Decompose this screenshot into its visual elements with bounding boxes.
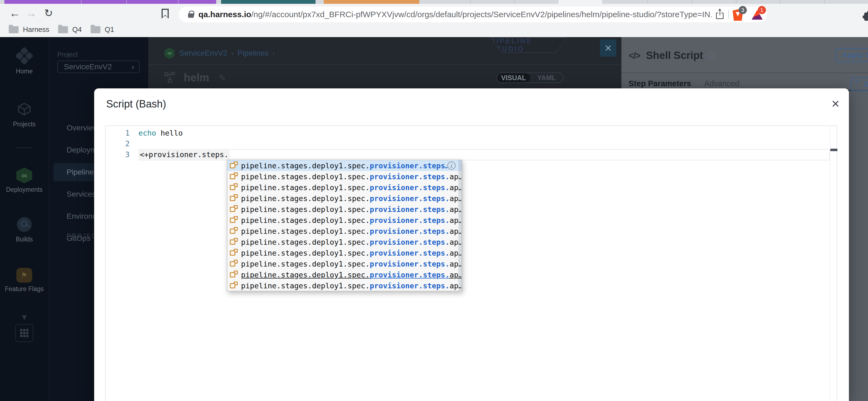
- feature-flags-icon: ⚑: [17, 268, 32, 282]
- extensions-icon[interactable]: [863, 11, 868, 22]
- script-editor[interactable]: 1 echo hello 2 3 <+provisioner.steps.: [105, 126, 837, 401]
- toggle-visual[interactable]: VISUAL: [497, 73, 530, 82]
- editor-scroll-marker[interactable]: [830, 149, 837, 151]
- bookmark-folder[interactable]: Harness: [9, 25, 50, 34]
- share-icon[interactable]: [716, 9, 724, 20]
- suggestion-row[interactable]: pipeline.stages.deploy1.spec.provisioner…: [227, 247, 462, 258]
- nav-sidebar: Home Projects ∞ Deployments Builds ⚑ Fea: [0, 37, 49, 401]
- brave-shield-icon[interactable]: 3: [732, 8, 745, 21]
- header-divider: [148, 64, 621, 65]
- breadcrumb-separator: ›: [272, 49, 275, 58]
- pipeline-title-row: helm ✎: [164, 71, 226, 84]
- modal-close-button[interactable]: ×: [828, 96, 843, 111]
- breadcrumb-pipelines[interactable]: Pipelines: [238, 49, 269, 58]
- suggestion-row[interactable]: pipeline.stages.deploy1.spec.provisioner…: [227, 215, 462, 226]
- grid-icon: [20, 329, 28, 337]
- step-tabs: Step Parameters Advanced: [629, 79, 739, 88]
- suggestion-row[interactable]: pipeline.stages.deploy1.spec.provisioner…: [227, 160, 462, 171]
- bat-badge: 1: [758, 6, 766, 14]
- snippet-icon: [229, 227, 238, 235]
- tab-group-purple[interactable]: [4, 0, 216, 4]
- refresh-button[interactable]: ↻: [41, 6, 56, 20]
- panel-divider: [622, 73, 868, 73]
- editor-line: 3 <+provisioner.steps.: [105, 149, 829, 160]
- tab-step-parameters[interactable]: Step Parameters: [629, 79, 691, 88]
- bookmark-icon[interactable]: [162, 9, 169, 19]
- builds-icon: [17, 217, 32, 232]
- active-tab[interactable]: [558, 0, 602, 4]
- snippet-icon: [229, 248, 238, 257]
- snippet-icon: [229, 216, 238, 225]
- shield-badge: 3: [739, 6, 747, 14]
- editor-line: 2: [105, 138, 829, 149]
- forward-button[interactable]: →: [24, 6, 38, 20]
- project-name: ServiceEnvV2: [64, 63, 131, 71]
- folder-icon: [9, 26, 19, 33]
- chevron-down-icon[interactable]: ▼: [0, 312, 49, 322]
- expression-text: <+provisioner.steps.: [138, 149, 230, 160]
- bookmarks-bar: Harness Q4 Q1: [0, 22, 868, 37]
- tab-separator: [126, 0, 127, 4]
- script-modal: Script (Bash) × 1 echo hello 2 3 <+provi…: [94, 89, 849, 401]
- shell-script-icon: </>: [629, 51, 640, 61]
- tab-advanced[interactable]: Advanced: [704, 79, 739, 88]
- back-button[interactable]: ←: [8, 6, 22, 20]
- tab-group-orange[interactable]: [324, 0, 419, 4]
- suggestion-row[interactable]: pipeline.stages.deploy1.spec.provisioner…: [227, 226, 462, 236]
- toggle-yaml[interactable]: YAML: [530, 73, 563, 82]
- apply-changes-button[interactable]: Apply Changes: [836, 48, 868, 62]
- breadcrumb-project[interactable]: ServiceEnvV2: [179, 49, 227, 58]
- sidebar-item-home[interactable]: Home: [0, 49, 49, 75]
- bookmark-label: Q4: [72, 25, 82, 34]
- project-selector[interactable]: ServiceEnvV2 ›: [57, 61, 140, 73]
- suggestion-row[interactable]: pipeline.stages.deploy1.spec.provisioner…: [227, 280, 462, 291]
- pipeline-icon: [164, 72, 177, 84]
- lock-icon[interactable]: [188, 11, 194, 18]
- suggestion-info-icon[interactable]: i: [447, 162, 456, 170]
- modal-title: Script (Bash): [106, 98, 166, 110]
- snippet-icon: [229, 260, 238, 268]
- bookmark-folder[interactable]: Q1: [91, 25, 114, 34]
- tab-separator: [692, 0, 692, 4]
- snippet-icon: [229, 194, 238, 203]
- folder-icon: [91, 26, 100, 33]
- tab-separator: [470, 0, 471, 4]
- edit-pencil-icon[interactable]: ✎: [218, 72, 226, 83]
- suggestion-row[interactable]: pipeline.stages.deploy1.spec.provisioner…: [227, 171, 462, 182]
- sidebar-item-projects[interactable]: Projects: [0, 101, 49, 128]
- bookmark-folder[interactable]: Q4: [58, 25, 82, 34]
- suggestion-row[interactable]: pipeline.stages.deploy1.spec.provisioner…: [227, 269, 462, 280]
- suggestion-row[interactable]: pipeline.stages.deploy1.spec.provisioner…: [227, 204, 462, 215]
- toolbar-divider: [728, 10, 729, 19]
- address-bar[interactable]: qa.harness.io/ng/#/account/px7xd_BFRCi-p…: [179, 6, 767, 22]
- close-studio-button[interactable]: ×: [600, 39, 616, 57]
- tab-separator: [178, 0, 179, 4]
- suggestion-row[interactable]: pipeline.stages.deploy1.spec.provisioner…: [227, 258, 462, 269]
- suggestion-row[interactable]: pipeline.stages.deploy1.spec.provisioner…: [227, 182, 462, 193]
- bat-rewards-icon[interactable]: 1: [751, 8, 764, 21]
- editor-line: 1 echo hello: [105, 128, 829, 138]
- info-icon[interactable]: i: [707, 52, 715, 60]
- tab-separator: [824, 0, 825, 4]
- tab-group-teal[interactable]: [221, 0, 315, 4]
- visual-yaml-toggle[interactable]: VISUAL YAML: [497, 73, 564, 83]
- suggestion-row[interactable]: pipeline.stages.deploy1.spec.provisioner…: [227, 236, 462, 247]
- bookmark-label: Q1: [105, 25, 114, 34]
- sidebar-item-builds[interactable]: Builds: [0, 217, 49, 243]
- tab-separator: [736, 0, 737, 4]
- url-text[interactable]: qa.harness.io/ng/#/account/px7xd_BFRCi-p…: [198, 10, 712, 19]
- suggest-scrollbar[interactable]: [458, 160, 462, 291]
- save-template-button[interactable]: Save: [850, 77, 868, 91]
- sidebar-item-feature-flags[interactable]: ⚑ Feature Flags: [0, 268, 49, 293]
- breadcrumb-separator: ›: [231, 49, 234, 58]
- bookmark-label: Harness: [23, 25, 50, 34]
- sidebar-item-deployments[interactable]: ∞ Deployments: [0, 167, 49, 193]
- suggestion-row[interactable]: pipeline.stages.deploy1.spec.provisioner…: [227, 193, 462, 204]
- snippet-icon: [229, 183, 238, 192]
- snippet-icon: [229, 270, 238, 279]
- autocomplete-dropdown: pipeline.stages.deploy1.spec.provisioner…: [227, 160, 462, 291]
- browser-toolbar: ← → ↻ qa.harness.io/ng/#/account/px7xd_B…: [0, 4, 868, 22]
- module-grid-button[interactable]: [15, 324, 33, 342]
- pipeline-name: helm: [184, 71, 209, 84]
- browser-tab-strip: [0, 0, 868, 4]
